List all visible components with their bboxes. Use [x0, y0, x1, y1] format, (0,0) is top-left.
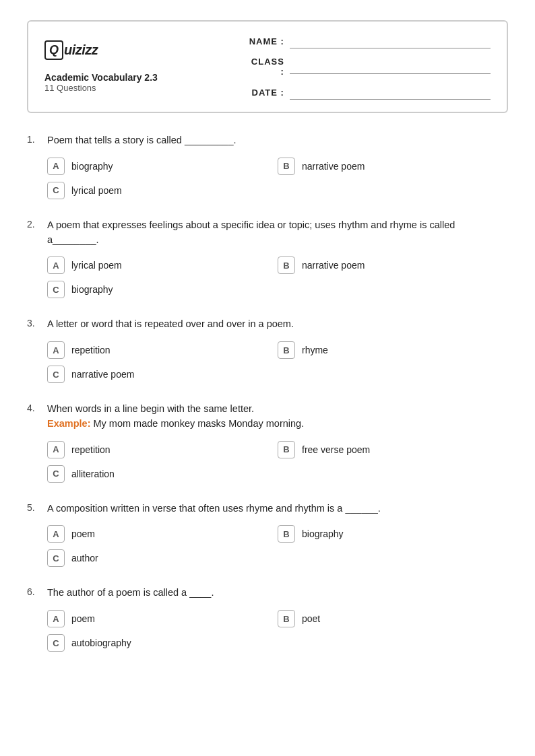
q5-option-c-letter: C: [47, 549, 65, 567]
q1-option-b-text: narrative poem: [302, 161, 365, 172]
logo-q: Q: [44, 40, 63, 60]
name-input[interactable]: [290, 34, 491, 48]
q4-text: When words in a line begin with the same…: [47, 403, 254, 414]
q4-option-b: B free verse poem: [278, 441, 508, 458]
q5-option-b-letter: B: [278, 525, 295, 543]
q3-option-c-letter: C: [47, 366, 65, 383]
q6-option-c-letter: C: [47, 634, 65, 652]
question-6-row: 6. The author of a poem is called a ____…: [27, 586, 508, 600]
q2-option-a: A lyrical poem: [47, 256, 278, 274]
q5-number: 5.: [27, 502, 42, 513]
q1-text: Poem that tells a story is called ______…: [47, 133, 508, 148]
q5-option-c: C author: [47, 549, 508, 567]
q3-option-b-text: rhyme: [302, 345, 328, 355]
q3-option-c-text: narrative poem: [71, 369, 134, 380]
q1-option-c-text: lyrical poem: [71, 185, 122, 196]
q1-number: 1.: [27, 134, 42, 145]
q2-number: 2.: [27, 219, 42, 230]
q3-option-a-letter: A: [47, 341, 65, 359]
q6-option-b: B poet: [278, 610, 508, 627]
question-5-row: 5. A composition written in verse that o…: [27, 502, 508, 516]
q6-option-b-letter: B: [278, 610, 295, 627]
q4-number: 4.: [27, 403, 42, 413]
q4-example-label: Example:: [47, 418, 90, 429]
logo-text: uizizz: [64, 42, 98, 58]
header-right: NAME : CLASS : DATE :: [247, 34, 491, 100]
q3-option-b-letter: B: [278, 341, 295, 359]
question-3-row: 3. A letter or word that is repeated ove…: [27, 317, 508, 332]
question-4: 4. When words in a line begin with the s…: [27, 402, 508, 483]
q5-option-a-letter: A: [47, 525, 65, 543]
q4-option-a: A repetition: [47, 441, 278, 458]
q5-option-a: A poem: [47, 525, 278, 543]
q3-option-b: B rhyme: [278, 341, 508, 359]
q1-option-a: A biography: [47, 158, 278, 175]
q4-option-a-letter: A: [47, 441, 65, 458]
question-3: 3. A letter or word that is repeated ove…: [27, 317, 508, 383]
question-2: 2. A poem that expresses feelings about …: [27, 218, 508, 299]
q4-text-block: When words in a line begin with the same…: [47, 402, 508, 432]
name-field-row: NAME :: [247, 34, 491, 48]
q3-option-a-text: repetition: [71, 345, 111, 355]
q1-option-b-letter: B: [278, 158, 295, 175]
date-label: DATE :: [247, 88, 284, 98]
q2-option-c: C biography: [47, 281, 508, 298]
question-5: 5. A composition written in verse that o…: [27, 502, 508, 568]
q6-text: The author of a poem is called a ____.: [47, 586, 508, 600]
name-label: NAME :: [247, 36, 284, 46]
q5-text: A composition written in verse that ofte…: [47, 502, 508, 516]
q6-option-c: C autobiography: [47, 634, 508, 652]
q3-option-a: A repetition: [47, 341, 278, 359]
q6-option-c-text: autobiography: [71, 638, 131, 648]
q6-option-a-letter: A: [47, 610, 65, 627]
q4-example-text: My mom made monkey masks Monday morning.: [90, 418, 304, 429]
class-label: CLASS :: [247, 57, 284, 77]
q4-option-a-text: repetition: [71, 444, 111, 455]
q1-option-b: B narrative poem: [278, 158, 508, 175]
q2-text: A poem that expresses feelings about a s…: [47, 218, 508, 248]
q2-option-c-letter: C: [47, 281, 65, 298]
q6-option-b-text: poet: [302, 613, 320, 624]
q1-option-c-letter: C: [47, 182, 65, 199]
q2-option-a-letter: A: [47, 256, 65, 274]
q6-option-a-text: poem: [71, 613, 95, 624]
q5-option-b: B biography: [278, 525, 508, 543]
q2-option-b-text: narrative poem: [302, 260, 365, 271]
q1-option-c: C lyrical poem: [47, 182, 508, 199]
q1-option-a-text: biography: [71, 161, 113, 172]
questions-container: 1. Poem that tells a story is called ___…: [27, 133, 508, 652]
q6-number: 6.: [27, 586, 42, 597]
q4-option-b-text: free verse poem: [302, 444, 370, 455]
q6-option-a: A poem: [47, 610, 278, 627]
question-6: 6. The author of a poem is called a ____…: [27, 586, 508, 652]
q1-option-a-letter: A: [47, 158, 65, 175]
q3-number: 3.: [27, 318, 42, 329]
date-field-row: DATE :: [247, 85, 491, 100]
q4-option-b-letter: B: [278, 441, 295, 458]
quiz-subtitle: 11 Questions: [44, 83, 247, 93]
page: Q uizizz Academic Vocabulary 2.3 11 Ques…: [0, 0, 535, 756]
logo: Q uizizz: [44, 40, 247, 60]
q2-option-c-text: biography: [71, 284, 113, 295]
q2-option-a-text: lyrical poem: [71, 260, 122, 271]
class-field-row: CLASS :: [247, 57, 491, 77]
q3-option-c: C narrative poem: [47, 366, 508, 383]
q5-option-b-text: biography: [302, 528, 344, 539]
q4-option-c-letter: C: [47, 465, 65, 483]
q5-option-a-text: poem: [71, 528, 95, 539]
header-left: Q uizizz Academic Vocabulary 2.3 11 Ques…: [44, 34, 247, 100]
q5-option-c-text: author: [71, 553, 98, 563]
header-box: Q uizizz Academic Vocabulary 2.3 11 Ques…: [27, 20, 508, 113]
q2-option-b-letter: B: [278, 256, 295, 274]
question-1-row: 1. Poem that tells a story is called ___…: [27, 133, 508, 148]
q2-option-b: B narrative poem: [278, 256, 508, 274]
question-2-row: 2. A poem that expresses feelings about …: [27, 218, 508, 248]
question-4-row: 4. When words in a line begin with the s…: [27, 402, 508, 432]
question-1: 1. Poem that tells a story is called ___…: [27, 133, 508, 199]
class-input[interactable]: [290, 59, 491, 74]
q4-option-c-text: alliteration: [71, 469, 115, 479]
q4-option-c: C alliteration: [47, 465, 508, 483]
date-input[interactable]: [290, 85, 491, 100]
quiz-title: Academic Vocabulary 2.3: [44, 72, 247, 83]
q3-text: A letter or word that is repeated over a…: [47, 317, 508, 332]
